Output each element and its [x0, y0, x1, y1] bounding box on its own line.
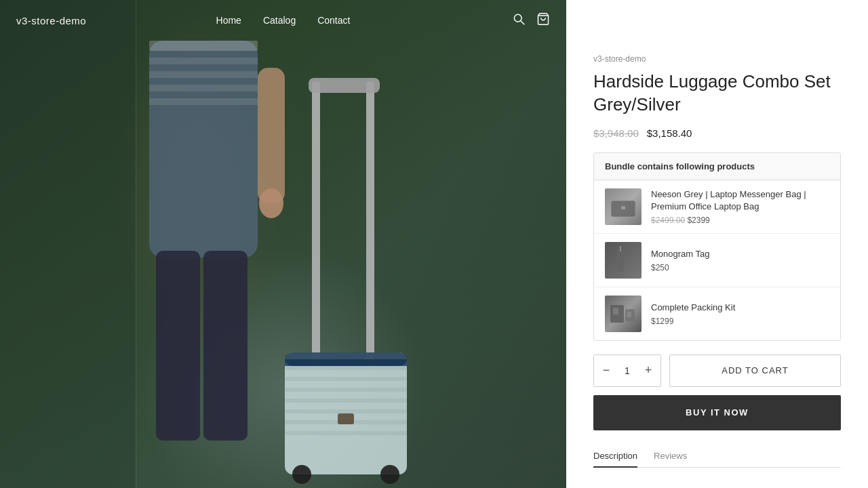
svg-rect-11 — [203, 251, 248, 441]
svg-rect-12 — [258, 68, 285, 203]
svg-rect-26 — [285, 359, 407, 366]
nav-home[interactable]: Home — [216, 15, 241, 26]
product-brand: v3-store-demo — [593, 54, 841, 64]
bundle-item-1-image — [605, 188, 642, 225]
bundle-item-1-info: Neeson Grey | Laptop Messenger Bag | Pre… — [651, 188, 829, 225]
kit-thumbnail — [605, 296, 642, 332]
svg-rect-6 — [149, 58, 258, 64]
bundle-item-3-image — [605, 296, 642, 332]
bundle-item-2: Monogram Tag $250 — [594, 234, 840, 287]
header-icons — [512, 12, 550, 28]
svg-point-28 — [292, 465, 311, 484]
bundle-item-1-sale-price: $2399 — [687, 216, 709, 225]
product-tabs: Description Reviews — [593, 451, 841, 468]
bag-svg — [610, 195, 637, 218]
product-detail-panel: v3-store-demo Hardside Luggage Combo Set… — [566, 0, 868, 488]
bundle-item-3-price: $1299 — [651, 317, 829, 326]
add-to-cart-button[interactable]: ADD TO CART — [669, 354, 841, 387]
svg-point-29 — [380, 465, 399, 484]
cart-row: − 1 + ADD TO CART — [593, 354, 841, 387]
bundle-item-1-name: Neeson Grey | Laptop Messenger Bag | Pre… — [651, 188, 829, 213]
svg-rect-18 — [285, 366, 407, 370]
svg-point-13 — [259, 188, 283, 218]
bundle-item-3: Complete Packing Kit $1299 — [594, 287, 840, 340]
bag-thumbnail — [605, 188, 642, 225]
svg-rect-33 — [621, 206, 625, 209]
price-row: $3,948.00 $3,158.40 — [593, 127, 841, 139]
kit-svg — [605, 296, 642, 332]
price-sale: $3,158.40 — [647, 127, 692, 139]
nav-contact[interactable]: Contact — [317, 15, 350, 26]
svg-rect-31 — [136, 0, 136, 488]
bundle-item-1-original-price: $2499.00 — [651, 216, 685, 225]
svg-rect-34 — [617, 249, 624, 272]
bundle-item-3-name: Complete Packing Kit — [651, 302, 829, 314]
header: v3-store-demo Home Catalog Contact — [0, 0, 566, 41]
bundle-item-2-name: Monogram Tag — [651, 248, 829, 260]
product-photo-svg — [0, 0, 566, 488]
buy-now-button[interactable]: BUY IT NOW — [593, 395, 841, 430]
product-title: Hardside Luggage Combo Set Grey/Silver — [593, 70, 841, 117]
search-icon[interactable] — [512, 12, 526, 28]
quantity-increase-button[interactable]: + — [636, 355, 660, 386]
nav-catalog[interactable]: Catalog — [263, 15, 296, 26]
svg-rect-5 — [149, 41, 258, 51]
cart-icon[interactable] — [536, 12, 550, 28]
bundle-item-1: Neeson Grey | Laptop Messenger Bag | Pre… — [594, 180, 840, 234]
bundle-item-2-price-value: $250 — [651, 263, 669, 272]
product-image-panel: v3-store-demo Home Catalog Contact — [0, 0, 566, 488]
svg-rect-30 — [0, 0, 136, 488]
price-original: $3,948.00 — [593, 127, 639, 139]
tab-description[interactable]: Description — [593, 451, 637, 468]
svg-rect-27 — [338, 413, 354, 424]
bundle-box: Bundle contains following products Neeso… — [593, 152, 841, 341]
main-nav: Home Catalog Contact — [216, 15, 351, 26]
svg-rect-15 — [366, 81, 374, 366]
brand-logo: v3-store-demo — [16, 15, 86, 26]
svg-line-1 — [521, 21, 524, 24]
tag-svg — [605, 242, 642, 279]
svg-rect-37 — [613, 308, 618, 314]
svg-rect-21 — [285, 399, 407, 403]
quantity-decrease-button[interactable]: − — [594, 355, 618, 386]
svg-rect-22 — [285, 409, 407, 413]
svg-rect-39 — [627, 312, 631, 317]
quantity-control: − 1 + — [593, 354, 661, 387]
svg-rect-7 — [149, 71, 258, 78]
bundle-item-2-image — [605, 242, 642, 279]
svg-rect-16 — [309, 78, 380, 93]
tab-reviews[interactable]: Reviews — [654, 451, 687, 467]
main-layout: v3-store-demo Home Catalog Contact — [0, 0, 868, 488]
svg-rect-20 — [285, 388, 407, 392]
svg-rect-14 — [312, 81, 320, 366]
bundle-header: Bundle contains following products — [594, 153, 840, 180]
svg-rect-9 — [149, 98, 258, 105]
product-image-bg — [0, 0, 566, 488]
bundle-item-2-price: $250 — [651, 263, 829, 272]
bundle-item-3-info: Complete Packing Kit $1299 — [651, 302, 829, 326]
svg-rect-35 — [620, 246, 621, 251]
svg-rect-8 — [149, 85, 258, 92]
bundle-item-3-price-value: $1299 — [651, 317, 673, 326]
svg-rect-19 — [285, 377, 407, 381]
quantity-value: 1 — [618, 365, 636, 376]
svg-point-0 — [514, 14, 521, 22]
bundle-item-1-price: $2499.00 $2399 — [651, 216, 829, 225]
svg-rect-10 — [156, 251, 200, 441]
bundle-item-2-info: Monogram Tag $250 — [651, 248, 829, 272]
tag-thumbnail — [605, 242, 642, 279]
svg-rect-24 — [285, 431, 407, 435]
